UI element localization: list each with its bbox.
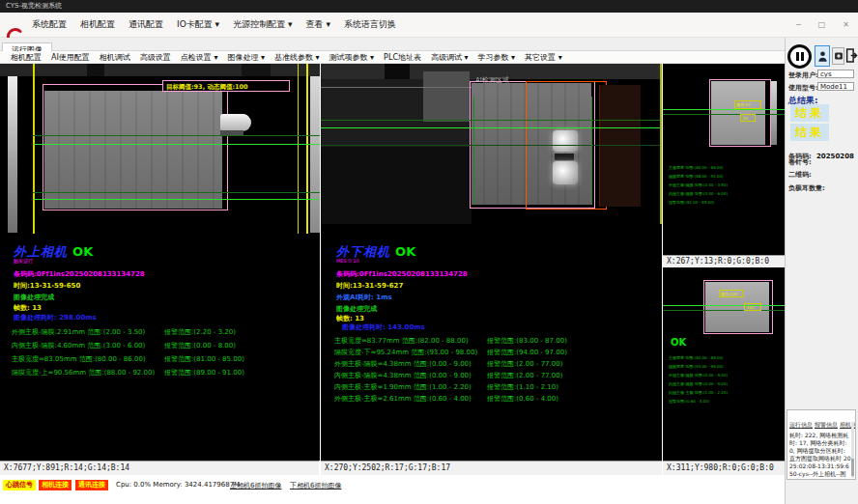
pause-icon (796, 52, 799, 61)
tool-camera-config[interactable]: 相机配置 (6, 52, 46, 63)
left-time: 时间:13-31-59-650 (14, 281, 80, 291)
camera-panel-upper-outer[interactable]: 目标阈值:93, 动态阈值:100 (0, 64, 320, 461)
metal-highlight (553, 161, 578, 184)
menu-language-switch[interactable]: 系统语言切换 (337, 18, 403, 31)
exit-button[interactable] (845, 45, 858, 66)
alarm-range: 报警范围:(0.60 - 4.00) (487, 394, 558, 404)
micro-row: 主极宽度 范围:(82.00 - 88.00) (669, 354, 724, 362)
left-frame-count: 帧数: 13 (14, 303, 42, 313)
reference-line-vertical (298, 64, 299, 234)
tool-plc-address[interactable]: PLC地址表 (379, 52, 426, 63)
info-tab-alarm[interactable]: 报警信息 (815, 421, 838, 428)
measure-line (33, 199, 320, 200)
cpu-memory-readout: Cpu: 0.0% Memory: 3424.4179687M (116, 481, 240, 489)
model-input[interactable] (817, 82, 854, 91)
middle-pixel-coordinates: X:270;Y:2502;R:17;G:17;B:17 (321, 461, 662, 475)
measurement-row: 外侧主极-隔膜=4.38mm 范围:(0.00 - 9.00) 报警范围:(2.… (334, 359, 642, 371)
minimize-button[interactable]: ─ (787, 20, 810, 29)
tool-baseline-params[interactable]: 基准线参数 ▾ (270, 52, 325, 63)
reference-line-vertical (33, 64, 35, 234)
tool-learning-params[interactable]: 学习参数 ▾ (473, 52, 521, 63)
menu-io-config[interactable]: IO卡配置 ▾ (170, 18, 226, 31)
metal-pin-image (220, 114, 251, 131)
result-ok: OK (395, 244, 415, 259)
bright-edge (8, 76, 17, 233)
lower-camera-snapshot-link[interactable]: 下相机6抓拍图像 (290, 481, 341, 490)
threshold-label: 100 (747, 305, 755, 310)
upper-camera-snapshot-link[interactable]: 上相机6抓拍图像 (230, 481, 281, 490)
camera-name: 外上相机 (14, 244, 68, 259)
middle-sub-status: MES:0:10 (336, 258, 359, 264)
threshold-label-box: 阈值:100 (719, 290, 744, 297)
tool-image-processing[interactable]: 图像处理 ▾ (222, 52, 270, 63)
tool-ai-config[interactable]: AI使用配置 (46, 52, 95, 63)
heartbeat-badge: 心跳信号 (3, 480, 36, 490)
tool-test-params[interactable]: 测试项参数 ▾ (325, 52, 380, 63)
machinery-block (423, 71, 470, 122)
threshold-label: 阈值:100 (721, 292, 737, 296)
menu-system-config[interactable]: 系统配置 (25, 18, 73, 31)
thumb-top-pixel-coordinates: X:267;Y:13;R:0;G:0;B:0 (663, 255, 785, 267)
alarm-range: 报警范围:(94.00 - 97.00) (487, 348, 567, 357)
micro-row: 主极宽度 范围:(80.00 - 86.00) (669, 164, 724, 172)
login-user-input[interactable] (817, 70, 854, 78)
scrollbar-thumb[interactable] (851, 459, 854, 476)
measure-text: 主极宽度=83.05mm 范围:(80.00 - 86.00) (12, 354, 146, 364)
left-elapsed: 图像处理耗时: 298.00ms (14, 313, 97, 322)
pause-button[interactable] (787, 44, 812, 69)
camera-snapshot-button[interactable] (832, 47, 844, 65)
measure-text: 外侧主极-隔膜=4.38mm 范围:(0.00 - 9.00) (334, 359, 472, 369)
micro-row: 外侧主极-隔膜 范围:(0.00 - 9.00) (669, 372, 728, 379)
camera-connection-badge: 相机连接 (39, 480, 72, 490)
fastener-shadow (555, 154, 574, 160)
alarm-range: 报警范围:(0.00 - 8.00) (164, 341, 236, 350)
menu-light-config[interactable]: 光源控制配置 ▾ (226, 18, 299, 31)
thumb-bottom-pixel-coordinates: X:311;Y:980;R:0;G:0;B:0 (663, 461, 785, 475)
tool-spot-check[interactable]: 点检设置 ▾ (176, 52, 223, 63)
user-login-button[interactable] (815, 45, 830, 67)
tool-advanced-debug[interactable]: 高级调试 ▾ (426, 52, 473, 63)
maximize-button[interactable]: □ (810, 20, 835, 29)
measure-text: 隔膜宽度-上=90.56mm 范围:(88.00 - 92.00) (12, 368, 155, 378)
threshold-label-box: 93 (740, 114, 756, 122)
measurement-row: 内侧主极-隔膜:4.60mm 范围:(3.00 - 6.00) 报警范围:(0.… (12, 341, 319, 352)
threshold-label-box: 目标阈值:93, 动态阈值:100 (162, 80, 290, 92)
alarm-range: 报警范围:(2.00 - 77.00) (487, 371, 562, 380)
info-tab-run[interactable]: 运行信息 (789, 421, 813, 428)
toolbar: 相机配置 AI使用配置 相机调试 高级设置 点检设置 ▾ 图像处理 ▾ 基准线参… (0, 51, 785, 64)
measure-line (321, 127, 662, 128)
bottom-status-bar: 心跳信号 相机连接 通讯连接 Cpu: 0.0% Memory: 3424.41… (0, 475, 785, 504)
middle-time: 时间:13-31-59-627 (336, 281, 403, 291)
scrollbar[interactable] (851, 422, 854, 478)
pause-icon (801, 52, 804, 61)
micro-row: 隔膜宽度 范围:(93.00 - 98.00) (669, 363, 724, 371)
barcode-value: 20250208 (816, 153, 854, 160)
camera-thumb-upper-inner[interactable]: 阈值:93 93 主极宽度 范围:(80.00 - 86.00) 隔膜宽度 范围… (663, 64, 785, 255)
measure-text: 内侧主极-隔膜=4.38mm 范围:(0.00 - 9.00) (334, 371, 472, 380)
alarm-range: 报警范围:(1.10 - 2.10) (487, 382, 558, 392)
measure-line (663, 109, 785, 110)
measure-text: 外侧主极-隔膜:2.91mm 范围:(2.00 - 3.50) (12, 327, 145, 337)
measure-text: 主极宽度=83.77mm 范围:(82.00 - 88.00) (334, 336, 469, 346)
measure-text: 内侧主极-主极=1.90mm 范围:(1.00 - 2.20) (334, 382, 472, 392)
title-bar: CYS-视觉检测系统 (0, 0, 858, 13)
measurement-row: 内侧主极-隔膜=4.38mm 范围:(0.00 - 9.00) 报警范围:(2.… (334, 371, 642, 382)
micro-row: 报警范围:(81.00 - 85.00) (669, 199, 714, 207)
measure-line (663, 114, 785, 115)
measure-line-vertical (473, 97, 474, 205)
menu-comm-config[interactable]: 通讯配置 (122, 18, 170, 31)
measurement-row: 外侧主极-隔膜:2.91mm 范围:(2.00 - 3.50) 报警范围:(2.… (12, 327, 319, 339)
micro-row: 内侧主极-隔膜 范围:(0.00 - 9.00) (669, 380, 728, 388)
menu-camera-config[interactable]: 相机配置 (73, 18, 122, 31)
camera-thumb-lower-inner[interactable]: 阈值:100 100 OK 主极宽度 范围:(82.00 - 88.00) 隔膜… (663, 267, 785, 461)
left-process-done: 图像处理完成 (14, 293, 54, 302)
result-box-1: 结果 (790, 104, 829, 122)
close-button[interactable]: ✕ (834, 20, 858, 29)
tool-advanced-settings[interactable]: 高级设置 (135, 52, 176, 63)
tool-camera-debug[interactable]: 相机调试 (95, 52, 135, 63)
menu-view[interactable]: 查看 ▾ (300, 18, 337, 31)
tool-other-settings[interactable]: 其它设置 ▾ (520, 52, 567, 63)
machinery-edge (321, 87, 472, 88)
measure-text: 隔膜宽度-下=95.24mm 范围:(93.00 - 98.00) (334, 348, 477, 357)
measurement-row: 内侧主极-主极=1.90mm 范围:(1.00 - 2.20) 报警范围:(1.… (334, 382, 642, 394)
